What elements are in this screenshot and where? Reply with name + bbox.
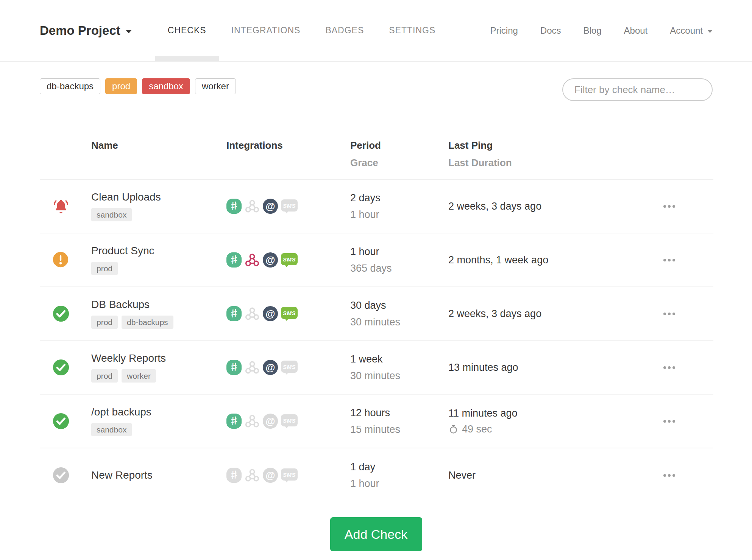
check-row[interactable]: Product Sync prod # @ SMS 1 hour 365 day… xyxy=(40,233,713,287)
new-check-icon xyxy=(52,467,70,484)
check-integrations: # @ SMS xyxy=(226,199,350,214)
column-header-last-ping: Last Ping Last Duration xyxy=(448,140,663,169)
check-tag-chip: worker xyxy=(122,369,156,383)
slack-icon: # xyxy=(226,306,242,321)
add-check-button[interactable]: Add Check xyxy=(330,517,422,551)
sms-icon: SMS xyxy=(281,414,298,426)
check-name[interactable]: New Reports xyxy=(91,469,226,481)
chevron-down-icon xyxy=(126,30,132,33)
alert-bell-icon xyxy=(52,198,70,215)
site-links: Pricing Docs Blog About Account xyxy=(468,25,713,36)
check-row[interactable]: Clean Uploads sandbox # @ SMS 2 days 1 h… xyxy=(40,180,713,233)
email-icon: @ xyxy=(263,468,278,483)
ok-check-icon xyxy=(52,305,70,322)
column-header-integrations: Integrations xyxy=(226,140,350,151)
project-name: Demo Project xyxy=(40,23,120,38)
row-menu-button[interactable] xyxy=(663,417,676,426)
check-name[interactable]: /opt backups xyxy=(91,406,226,418)
search-input[interactable] xyxy=(562,78,713,101)
project-tabs: CHECKS INTEGRATIONS BADGES SETTINGS xyxy=(155,0,448,61)
check-tag-chip: prod xyxy=(91,262,118,275)
ok-check-icon xyxy=(52,359,70,376)
tab-checks[interactable]: CHECKS xyxy=(155,0,219,61)
link-docs[interactable]: Docs xyxy=(540,25,561,36)
filter-bar: db-backupsprodsandboxworker xyxy=(0,62,752,101)
row-menu-button[interactable] xyxy=(663,256,676,264)
tag-filter-db-backups[interactable]: db-backups xyxy=(40,78,100,94)
link-about[interactable]: About xyxy=(624,25,648,36)
sms-icon: SMS xyxy=(281,361,298,373)
check-grace: 30 minutes xyxy=(350,316,448,328)
check-period: 1 day xyxy=(350,461,448,473)
check-grace: 15 minutes xyxy=(350,424,448,436)
link-blog[interactable]: Blog xyxy=(584,25,602,36)
check-last-ping: 11 minutes ago xyxy=(448,408,663,419)
check-row[interactable]: Weekly Reports prodworker # @ SMS 1 week… xyxy=(40,341,713,395)
tag-filter-prod[interactable]: prod xyxy=(105,78,137,94)
check-last-ping: 2 months, 1 week ago xyxy=(448,254,663,266)
checks-table: Name Integrations Period Grace Last Ping… xyxy=(40,121,713,502)
check-row[interactable]: DB Backups proddb-backups # @ SMS 30 day… xyxy=(40,287,713,341)
check-tag-chip: sandbox xyxy=(91,208,132,221)
ok-check-icon xyxy=(52,412,70,430)
check-row[interactable]: /opt backups sandbox # @ SMS 12 hours 15… xyxy=(40,395,713,448)
check-last-ping: 13 minutes ago xyxy=(448,362,663,373)
project-switcher[interactable]: Demo Project xyxy=(40,23,132,38)
check-integrations: # @ SMS xyxy=(226,252,350,268)
sms-icon: SMS xyxy=(281,199,298,212)
check-period: 12 hours xyxy=(350,407,448,419)
checks-table-body: Clean Uploads sandbox # @ SMS 2 days 1 h… xyxy=(40,180,713,502)
link-pricing[interactable]: Pricing xyxy=(490,25,518,36)
email-icon: @ xyxy=(263,360,278,375)
row-menu-button[interactable] xyxy=(663,202,676,211)
tag-filter-worker[interactable]: worker xyxy=(195,78,236,94)
check-tags: sandbox xyxy=(91,423,226,436)
check-tags: prodworker xyxy=(91,369,226,383)
check-grace: 1 hour xyxy=(350,209,448,221)
tag-filter-sandbox[interactable]: sandbox xyxy=(142,78,190,94)
slack-icon: # xyxy=(226,414,242,429)
check-grace: 365 days xyxy=(350,263,448,274)
webhook-icon xyxy=(245,306,260,321)
row-menu-button[interactable] xyxy=(663,471,676,480)
check-tags: sandbox xyxy=(91,208,226,221)
email-icon: @ xyxy=(263,252,278,268)
column-header-name: Name xyxy=(91,140,226,151)
top-navigation: Demo Project CHECKS INTEGRATIONS BADGES … xyxy=(0,0,752,62)
check-last-ping: Never xyxy=(448,470,663,481)
sms-icon: SMS xyxy=(281,307,298,319)
check-row[interactable]: New Reports # @ SMS 1 day 1 hour xyxy=(40,448,713,502)
check-integrations: # @ SMS xyxy=(226,360,350,375)
slack-icon: # xyxy=(226,360,242,375)
tab-integrations[interactable]: INTEGRATIONS xyxy=(219,0,313,61)
column-header-last-duration: Last Duration xyxy=(448,157,663,169)
check-integrations: # @ SMS xyxy=(226,306,350,321)
row-menu-button[interactable] xyxy=(663,310,676,318)
check-status-icon xyxy=(52,198,70,215)
check-tag-chip: prod xyxy=(91,369,118,383)
email-icon: @ xyxy=(263,306,278,321)
check-grace: 1 hour xyxy=(350,478,448,490)
account-menu[interactable]: Account xyxy=(670,25,713,36)
check-name[interactable]: Clean Uploads xyxy=(91,191,226,203)
slack-icon: # xyxy=(226,468,242,483)
tab-settings[interactable]: SETTINGS xyxy=(376,0,448,61)
webhook-icon xyxy=(245,360,260,375)
check-status-icon xyxy=(52,359,70,376)
column-header-grace: Grace xyxy=(350,157,448,169)
row-menu-button[interactable] xyxy=(663,363,676,372)
webhook-icon xyxy=(245,414,260,429)
check-name[interactable]: Product Sync xyxy=(91,245,226,257)
check-last-ping: 2 weeks, 3 days ago xyxy=(448,308,663,320)
check-name[interactable]: Weekly Reports xyxy=(91,352,226,364)
check-last-duration: 49 sec xyxy=(448,423,663,435)
slack-icon: # xyxy=(226,199,242,214)
check-tag-chip: sandbox xyxy=(91,423,132,436)
check-status-icon xyxy=(52,412,70,430)
sms-icon: SMS xyxy=(281,253,298,265)
check-name[interactable]: DB Backups xyxy=(91,299,226,311)
email-icon: @ xyxy=(263,199,278,214)
check-tags: proddb-backups xyxy=(91,316,226,329)
tab-badges[interactable]: BADGES xyxy=(313,0,376,61)
check-tag-chip: prod xyxy=(91,316,118,329)
